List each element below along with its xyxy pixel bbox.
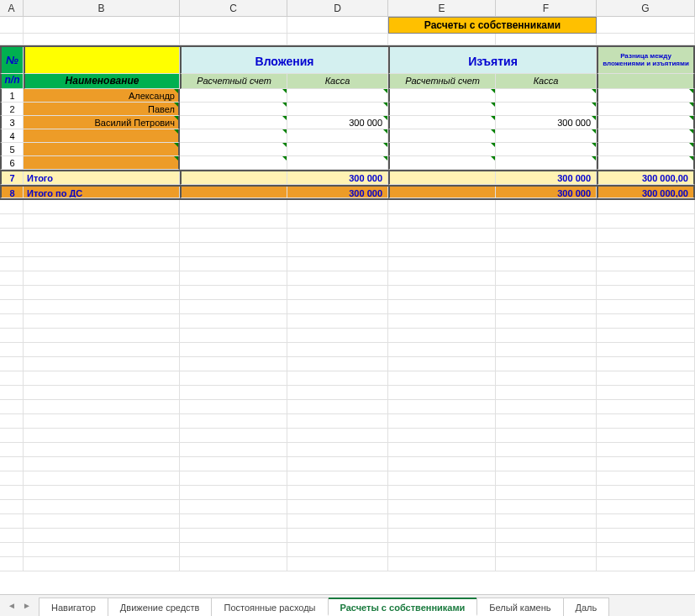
cell[interactable] <box>388 557 496 571</box>
cell[interactable] <box>287 443 388 457</box>
cell[interactable] <box>24 400 180 414</box>
cell[interactable] <box>0 17 24 34</box>
cell[interactable] <box>180 34 287 45</box>
total-ds-e[interactable] <box>388 187 496 198</box>
cell[interactable] <box>287 271 388 286</box>
cell[interactable] <box>388 271 496 286</box>
cell[interactable] <box>24 543 180 557</box>
cell[interactable] <box>180 543 287 557</box>
cell[interactable] <box>287 329 388 343</box>
cell[interactable] <box>287 414 388 429</box>
page-title[interactable]: Расчеты с собственниками <box>388 17 597 34</box>
cell[interactable] <box>496 34 597 45</box>
total-e[interactable] <box>388 171 496 185</box>
cell[interactable] <box>597 514 695 529</box>
cell[interactable] <box>597 414 695 429</box>
tab-движение-средств[interactable]: Движение средств <box>108 598 213 616</box>
cell[interactable] <box>496 229 597 243</box>
cell[interactable] <box>388 514 496 529</box>
row-name[interactable]: Василий Петрович <box>24 116 180 129</box>
row-name[interactable]: Александр <box>24 89 180 103</box>
total-ds-c[interactable] <box>180 187 287 198</box>
row-name[interactable] <box>24 143 180 156</box>
cell[interactable] <box>0 300 24 314</box>
cell[interactable] <box>496 357 597 371</box>
cell[interactable] <box>496 386 597 400</box>
cell[interactable] <box>388 343 496 357</box>
cell[interactable] <box>287 457 388 471</box>
row-withdraw-account[interactable] <box>388 143 496 156</box>
cell[interactable] <box>496 343 597 357</box>
tab-nav-prev-icon[interactable]: ◄ <box>5 599 18 613</box>
cell[interactable] <box>287 486 388 500</box>
row-invest-account[interactable] <box>180 129 287 143</box>
cell[interactable] <box>287 357 388 371</box>
cell[interactable] <box>496 471 597 486</box>
total-f[interactable]: 300 000 <box>496 171 597 185</box>
cell[interactable] <box>24 314 180 329</box>
cell[interactable] <box>496 400 597 414</box>
cell[interactable] <box>0 286 24 300</box>
row-withdraw-account[interactable] <box>388 103 496 116</box>
cell[interactable] <box>24 257 180 271</box>
row-invest-account[interactable] <box>180 103 287 116</box>
cell[interactable] <box>388 243 496 257</box>
total-d[interactable]: 300 000 <box>287 171 388 185</box>
cell[interactable] <box>0 486 24 500</box>
cell[interactable] <box>180 343 287 357</box>
cell[interactable] <box>0 343 24 357</box>
cell[interactable] <box>0 229 24 243</box>
row-withdraw-cash[interactable] <box>496 129 597 143</box>
cell[interactable] <box>496 429 597 443</box>
cell[interactable] <box>180 414 287 429</box>
cell[interactable] <box>24 486 180 500</box>
cell[interactable] <box>24 457 180 471</box>
cell[interactable] <box>180 214 287 229</box>
row-num[interactable]: 1 <box>0 89 24 103</box>
row-withdraw-cash[interactable] <box>496 89 597 103</box>
cell[interactable] <box>287 200 388 214</box>
total-num[interactable]: 7 <box>0 171 24 185</box>
cell[interactable] <box>180 500 287 514</box>
row-invest-cash[interactable] <box>287 89 388 103</box>
cell[interactable] <box>0 214 24 229</box>
cell[interactable] <box>0 314 24 329</box>
cell[interactable] <box>388 357 496 371</box>
cell[interactable] <box>388 486 496 500</box>
cell[interactable] <box>24 286 180 300</box>
cell[interactable] <box>496 300 597 314</box>
row-invest-account[interactable] <box>180 143 287 156</box>
cell[interactable] <box>24 371 180 386</box>
cell[interactable] <box>388 229 496 243</box>
cell[interactable] <box>496 329 597 343</box>
cell[interactable] <box>496 286 597 300</box>
cell[interactable] <box>180 229 287 243</box>
total-c[interactable] <box>180 171 287 185</box>
cell[interactable] <box>597 271 695 286</box>
cell[interactable] <box>24 471 180 486</box>
cell[interactable] <box>496 271 597 286</box>
cell[interactable] <box>0 543 24 557</box>
cell[interactable] <box>287 400 388 414</box>
cell[interactable] <box>180 200 287 214</box>
row-num[interactable]: 5 <box>0 143 24 156</box>
cell[interactable] <box>388 34 496 45</box>
cell[interactable] <box>496 414 597 429</box>
cell[interactable] <box>0 257 24 271</box>
cell[interactable] <box>0 557 24 571</box>
cell[interactable] <box>287 314 388 329</box>
cell[interactable] <box>24 34 180 45</box>
tab-белый-камень[interactable]: Белый камень <box>476 598 563 616</box>
row-withdraw-account[interactable] <box>388 89 496 103</box>
cell[interactable] <box>180 300 287 314</box>
cell[interactable] <box>388 429 496 443</box>
cell[interactable] <box>597 557 695 571</box>
cell[interactable] <box>496 529 597 543</box>
cell[interactable] <box>388 400 496 414</box>
cell[interactable] <box>287 471 388 486</box>
cell[interactable] <box>180 17 287 34</box>
cell[interactable] <box>496 443 597 457</box>
cell[interactable] <box>597 543 695 557</box>
cell[interactable] <box>597 200 695 214</box>
tab-даль[interactable]: Даль <box>563 598 610 616</box>
